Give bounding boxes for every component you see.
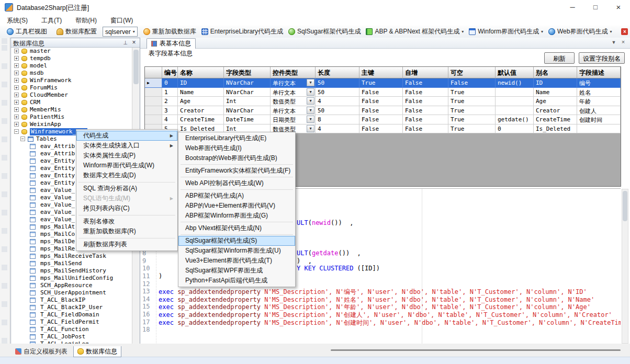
tree-node-T_ACL_BlackIP_User[interactable]: T_ACL_BlackIP_User	[11, 304, 132, 311]
submenu-item-EnterpriseLibrary代码生成(E)[interactable]: EnterpriseLibrary代码生成(E)	[178, 133, 295, 143]
context-menu-item-重新加载数据库(R)[interactable]: 重新加载数据库(R)	[76, 226, 177, 236]
tree-node-CloudMember[interactable]: +CloudMember	[11, 92, 132, 99]
submenu-item-Bootstrap的Web界面代码生成(B)[interactable]: Bootstrap的Web界面代码生成(B)	[178, 153, 295, 163]
tree-scrollbar-thumb[interactable]	[133, 50, 139, 84]
row-selector[interactable]	[145, 115, 162, 124]
toolbar-button-Web界面代码生成[interactable]: Web界面代码生成▾	[546, 26, 614, 37]
horizontal-scrollbar[interactable]	[331, 349, 621, 351]
tree-expander-icon[interactable]: +	[14, 63, 19, 68]
submenu-item-ABP框架Winform界面生成(G)[interactable]: ABP框架Winform界面生成(G)	[178, 211, 295, 221]
grid-header-字段描述[interactable]: 字段描述	[577, 67, 621, 78]
submenu-item-Web API控制器代码生成(W)[interactable]: Web API控制器代码生成(W)	[178, 178, 295, 188]
row-selector[interactable]: ▶	[145, 78, 162, 88]
tree-expander-icon[interactable]: +	[14, 100, 19, 105]
grid-header-编号[interactable]: 编号	[162, 67, 178, 78]
grid-header-字段类型[interactable]: 字段类型	[224, 67, 271, 78]
row-selector[interactable]	[145, 97, 162, 106]
panel-close-icon[interactable]: ×	[131, 39, 137, 46]
submenu-item-SqlSugar框架Winform界面生成(U)[interactable]: SqlSugar框架Winform界面生成(U)	[178, 246, 295, 256]
toolbar-button-重新加载数据库[interactable]: 重新加载数据库	[141, 26, 199, 37]
grid-header-自增[interactable]: 自增	[403, 67, 448, 78]
submenu-item-Vue3+Element界面代码生成(T)[interactable]: Vue3+Element界面代码生成(T)	[178, 256, 295, 266]
cell[interactable]: 单行文本▼	[271, 78, 316, 88]
maximize-button[interactable]: □	[584, 0, 607, 15]
tree-node-mps_MailSendHistory[interactable]: mps_MailSendHistory	[11, 267, 132, 275]
submenu-item-Abp VNext框架代码生成(N)[interactable]: Abp VNext框架代码生成(N)	[178, 223, 295, 233]
toolbar-button-工具栏视图[interactable]: 工具栏视图	[4, 26, 50, 37]
combo-dropdown-icon[interactable]: ▼	[307, 97, 314, 105]
dock-tab-数据库信息[interactable]: 数据库信息	[73, 346, 121, 357]
context-menu-item-拷贝列表内容(C)[interactable]: 拷贝列表内容(C)	[76, 203, 177, 213]
grid-header-主键[interactable]: 主键	[359, 67, 403, 78]
grid-header-控件类型[interactable]: 控件类型	[271, 67, 316, 78]
tree-node-PatientMis[interactable]: +PatientMis	[11, 113, 132, 121]
row-selector[interactable]	[145, 106, 162, 116]
set-field-alias-button[interactable]: 设置字段别名	[579, 52, 625, 64]
cell[interactable]: 单行文本▼	[271, 106, 316, 116]
context-menu-item-实体类属性生成(P)[interactable]: 实体类属性生成(P)	[76, 151, 177, 161]
grid-header-别名[interactable]: 别名	[534, 67, 577, 78]
tree-node-CRM[interactable]: +CRM	[11, 99, 132, 106]
combo-dropdown-icon[interactable]: ▼	[307, 79, 314, 86]
tree-expander-icon[interactable]: +	[14, 78, 19, 83]
grid-header-可空[interactable]: 可空	[448, 67, 496, 78]
sql-scrollbar-thumb[interactable]	[623, 191, 627, 221]
minimize-button[interactable]: ─	[561, 0, 584, 15]
tree-node-WeixinApp[interactable]: +WeixinApp	[11, 121, 132, 128]
context-menu-item-实体类生成快速入口[interactable]: 实体类生成快速入口▶	[76, 141, 177, 151]
tree-expander-icon[interactable]: +	[14, 107, 19, 112]
toolbar-button-EnterpriseLibrary代码生成[interactable]: EnterpriseLibrary代码生成	[199, 26, 286, 37]
tree-node-msdb[interactable]: +msdb	[11, 70, 132, 77]
menubar-item-T[interactable]: 工具(T)	[35, 15, 69, 26]
menubar-item-S[interactable]: 系统(S)	[0, 15, 35, 26]
tree-node-T_ACL_Function[interactable]: T_ACL_Function	[11, 326, 132, 333]
row-selector[interactable]	[145, 88, 162, 97]
menubar-item-H[interactable]: 帮助(H)	[69, 15, 104, 26]
cell[interactable]: 日期类型▼	[271, 115, 316, 124]
tree-node-mps_MailSend[interactable]: mps_MailSend	[11, 260, 132, 267]
tree-expander-icon[interactable]: +	[14, 85, 19, 90]
tree-node-T_ACL_JobPost[interactable]: T_ACL_JobPost	[11, 333, 132, 340]
submenu-item-SqlSugar框架WPF界面生成[interactable]: SqlSugar框架WPF界面生成	[178, 266, 295, 276]
tree-node-MemberMis[interactable]: +MemberMis	[11, 106, 132, 113]
tree-expander-icon[interactable]: +	[14, 49, 19, 53]
dock-tab-自定义模板列表[interactable]: 自定义模板列表	[12, 346, 71, 357]
tree-node-mps_MailUnifiedConfig[interactable]: mps_MailUnifiedConfig	[11, 275, 132, 282]
toolbar-button-ABP & ABPNext 框架代码生成[interactable]: ABP & ABPNext 框架代码生成▾	[363, 26, 466, 37]
submenu-item-ABP的Vue+Element界面代码(V)[interactable]: ABP的Vue+Element界面代码(V)	[178, 201, 295, 211]
tree-node-T_ACL_FieldDomain[interactable]: T_ACL_FieldDomain	[11, 311, 132, 318]
grid-header-名称[interactable]: 名称	[178, 67, 224, 78]
toolbar-button-SqlSugar框架代码生成[interactable]: SqlSugar框架代码生成	[286, 26, 363, 37]
tree-node-SCH_AppResource[interactable]: SCH_AppResource	[11, 282, 132, 289]
tree-node-T_ACL_FieldPermit[interactable]: T_ACL_FieldPermit	[11, 318, 132, 326]
tree-expander-icon[interactable]: −	[20, 136, 25, 141]
tree-node-model[interactable]: +model	[11, 62, 132, 70]
tree-expander-icon[interactable]: +	[14, 122, 19, 127]
tree-expander-icon[interactable]: +	[14, 71, 19, 75]
submenu-item-EntityFramework实体框架代码生成(F)[interactable]: EntityFramework实体框架代码生成(F)	[178, 166, 295, 176]
combo-dropdown-icon[interactable]: ▼	[307, 116, 314, 123]
menubar-item-W[interactable]: 窗口(W)	[104, 15, 140, 26]
combo-dropdown-icon[interactable]: ▼	[307, 107, 314, 114]
refresh-button[interactable]: 刷新	[544, 52, 575, 64]
context-menu-item-表别名修改[interactable]: 表别名修改	[76, 217, 177, 226]
submenu-item-SqlSugar框架代码生成(S)[interactable]: SqlSugar框架代码生成(S)	[178, 236, 295, 246]
tree-expander-icon[interactable]: +	[14, 93, 19, 97]
context-menu-item-数据库文档生成(D)[interactable]: 数据库文档生成(D)	[76, 170, 177, 180]
toolbar-button-数据库配置[interactable]: 数据库配置	[54, 26, 99, 37]
submenu-item-ABP框架代码生成(A)[interactable]: ABP框架代码生成(A)	[178, 191, 295, 201]
tree-node-tempdb[interactable]: +tempdb	[11, 55, 132, 62]
tree-expander-icon[interactable]: +	[14, 56, 19, 61]
tree-expander-icon[interactable]: −	[14, 129, 19, 134]
tree-node-mps_MailReceiveTask[interactable]: mps_MailReceiveTask	[11, 253, 132, 260]
cell[interactable]: 数值类型▼	[271, 97, 316, 106]
combo-dropdown-icon[interactable]: ▼	[307, 125, 314, 132]
pin-icon[interactable]: ⊥	[122, 40, 128, 46]
grid-header-默认值[interactable]: 默认值	[496, 67, 534, 78]
sql-scrollbar[interactable]	[622, 189, 628, 344]
tab-table-basic-info[interactable]: 表基本信息	[147, 38, 196, 49]
tree-node-T_ACL_BlackIP[interactable]: T_ACL_BlackIP	[11, 297, 132, 304]
cell[interactable]: 单行文本▼	[271, 88, 316, 97]
tab-close-icon[interactable]: ×	[620, 39, 627, 45]
tab-list-dropdown-icon[interactable]: ▼	[610, 40, 617, 45]
